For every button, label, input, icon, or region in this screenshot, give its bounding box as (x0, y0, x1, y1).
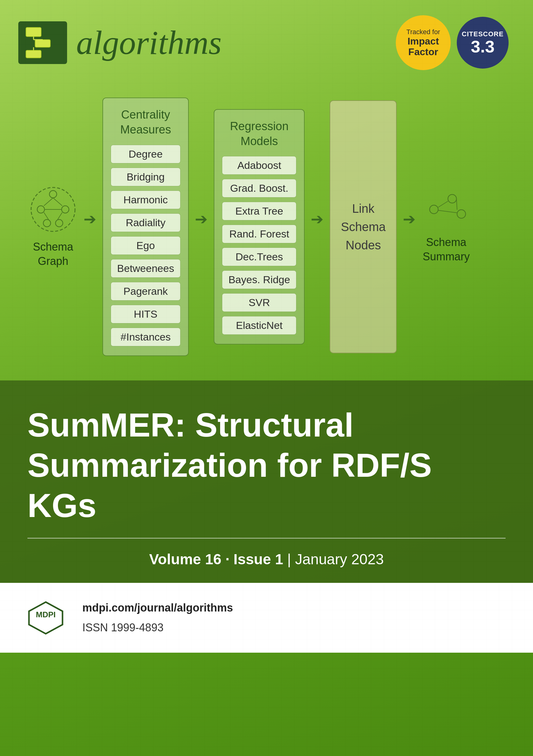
mdpi-logo-icon: MDPI (24, 600, 67, 636)
regression-item-elasticnet: ElasticNet (222, 316, 296, 335)
regression-item-grad-boost: Grad. Boost. (222, 179, 296, 198)
citescore-badge: CITESCORE 3.3 (457, 17, 509, 68)
centrality-item-degree: Degree (111, 145, 181, 163)
centrality-column: CentralityMeasures Degree Bridging Harmo… (102, 97, 189, 356)
paper-divider (27, 538, 506, 539)
arrow-1: ➔ (84, 210, 96, 228)
svg-point-7 (49, 191, 57, 198)
regression-title: RegressionModels (230, 119, 289, 149)
svg-text:MDPI: MDPI (36, 610, 56, 619)
centrality-item-radiality: Radiality (111, 213, 181, 232)
regression-item-svr: SVR (222, 293, 296, 312)
centrality-item-ego: Ego (111, 236, 181, 255)
paper-title: SumMER: Structural Summarization for RDF… (27, 405, 506, 526)
header: algorithms Tracked for Impact Factor CIT… (0, 0, 533, 79)
schema-summary-label: SchemaSummary (423, 235, 469, 264)
svg-rect-2 (26, 50, 41, 58)
logo-section: algorithms (18, 21, 222, 64)
centrality-item-pagerank: Pagerank (111, 282, 181, 301)
centrality-item-hits: HITS (111, 305, 181, 323)
paper-volume: Volume 16 · Issue 1 | January 2023 (27, 551, 506, 568)
journal-logo-icon (18, 21, 67, 64)
arrow-2: ➔ (195, 210, 208, 228)
svg-point-11 (55, 220, 63, 227)
centrality-title: CentralityMeasures (120, 107, 171, 138)
impact-factor-badge: Tracked for Impact Factor (396, 15, 451, 70)
tracked-label: Tracked for (407, 28, 440, 36)
footer-text: mdpi.com/journal/algorithms ISSN 1999-48… (82, 598, 233, 638)
svg-line-22 (457, 199, 457, 210)
impact-factor-label: Impact Factor (396, 36, 451, 57)
regression-item-dec-trees: Dec.Trees (222, 248, 296, 266)
diagram-container: SchemaGraph ➔ CentralityMeasures Degree … (29, 97, 504, 356)
schema-summary-icon (422, 190, 470, 229)
diagram-section: SchemaGraph ➔ CentralityMeasures Degree … (0, 79, 533, 374)
link-schema-label: LinkSchemaNodes (341, 199, 386, 254)
svg-point-10 (43, 220, 51, 227)
paper-section: SumMER: Structural Summarization for RDF… (0, 380, 533, 583)
svg-line-15 (58, 212, 62, 220)
schema-summary-box: SchemaSummary (422, 190, 470, 264)
centrality-item-harmonic: Harmonic (111, 191, 181, 209)
arrow-3: ➔ (311, 210, 323, 228)
badges-section: Tracked for Impact Factor CITESCORE 3.3 (396, 15, 509, 70)
link-schema-column: LinkSchemaNodes (330, 100, 397, 353)
footer: MDPI mdpi.com/journal/algorithms ISSN 19… (0, 583, 533, 653)
svg-line-12 (44, 198, 53, 206)
volume-bold: Volume 16 · Issue 1 (149, 551, 283, 567)
centrality-item-betweenees: Betweenees (111, 259, 181, 278)
svg-line-20 (438, 201, 448, 207)
svg-point-9 (62, 206, 69, 213)
svg-rect-1 (35, 40, 50, 47)
schema-graph-icon (29, 185, 77, 234)
regression-item-extra-tree: Extra Tree (222, 202, 296, 220)
citescore-value: 3.3 (471, 38, 494, 55)
mdpi-logo: MDPI (24, 600, 67, 636)
journal-title: algorithms (76, 23, 222, 62)
svg-line-13 (53, 198, 62, 206)
svg-line-14 (44, 212, 48, 220)
regression-item-rand-forest: Rand. Forest (222, 225, 296, 243)
svg-point-19 (457, 210, 465, 218)
regression-item-adaboost: Adaboost (222, 156, 296, 175)
footer-issn: ISSN 1999-4893 (82, 618, 233, 638)
svg-point-8 (37, 206, 44, 213)
schema-graph-label: SchemaGraph (33, 240, 73, 269)
svg-point-18 (448, 195, 457, 203)
footer-url: mdpi.com/journal/algorithms (82, 598, 233, 618)
schema-graph-box: SchemaGraph (29, 185, 77, 269)
svg-point-17 (430, 205, 438, 214)
svg-rect-0 (26, 27, 41, 37)
regression-column: RegressionModels Adaboost Grad. Boost. E… (214, 109, 305, 345)
centrality-item-bridging: Bridging (111, 168, 181, 186)
regression-item-bayes-ridge: Bayes. Ridge (222, 270, 296, 289)
svg-line-21 (438, 210, 457, 213)
centrality-item-instances: #Instances (111, 328, 181, 346)
volume-date: | January 2023 (283, 551, 384, 567)
arrow-4: ➔ (403, 210, 416, 228)
